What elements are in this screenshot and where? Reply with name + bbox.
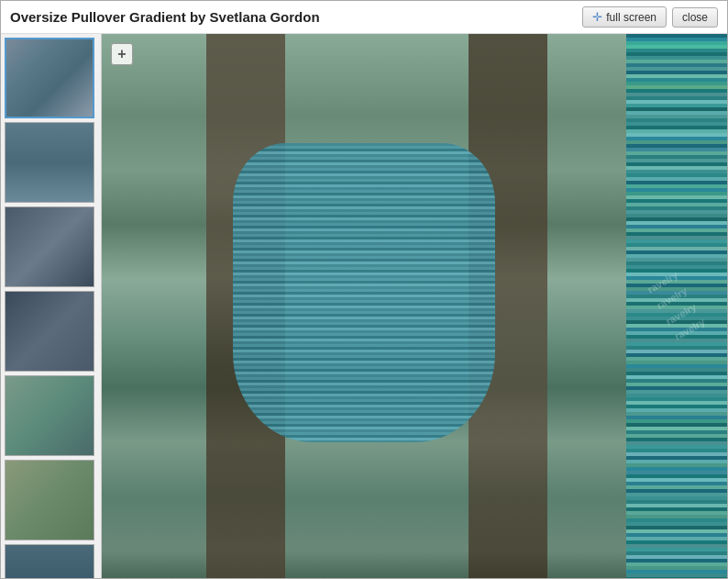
thumbnail-3[interactable] [5, 206, 94, 287]
main-content: + ravelryravelryravelryravelry [1, 34, 727, 578]
window-title: Oversize Pullover Gradient by Svetlana G… [10, 9, 320, 25]
thumbnail-5[interactable] [5, 375, 94, 456]
yarn-swatch-panel: ravelryravelryravelryravelry [626, 34, 727, 578]
thumbnail-6[interactable] [5, 460, 94, 540]
fullscreen-button[interactable]: ✛ full screen [582, 6, 667, 28]
fullscreen-icon: ✛ [592, 10, 602, 24]
yarn-swatch [626, 34, 727, 578]
titlebar: Oversize Pullover Gradient by Svetlana G… [1, 1, 727, 34]
thumbnail-4[interactable] [5, 291, 94, 372]
main-photo [102, 34, 626, 578]
titlebar-buttons: ✛ full screen close [582, 6, 718, 28]
thumbnail-sidebar [1, 34, 102, 578]
add-button[interactable]: + [111, 43, 133, 65]
close-button[interactable]: close [672, 7, 718, 28]
thumbnail-7[interactable] [5, 544, 94, 578]
thumbnail-1[interactable] [5, 38, 94, 118]
add-icon: + [117, 46, 126, 62]
sweater-area [233, 143, 495, 442]
thumbnail-2[interactable] [5, 122, 94, 203]
fullscreen-label: full screen [606, 11, 656, 24]
main-image-container: + [102, 34, 626, 578]
main-window: Oversize Pullover Gradient by Svetlana G… [0, 0, 728, 579]
